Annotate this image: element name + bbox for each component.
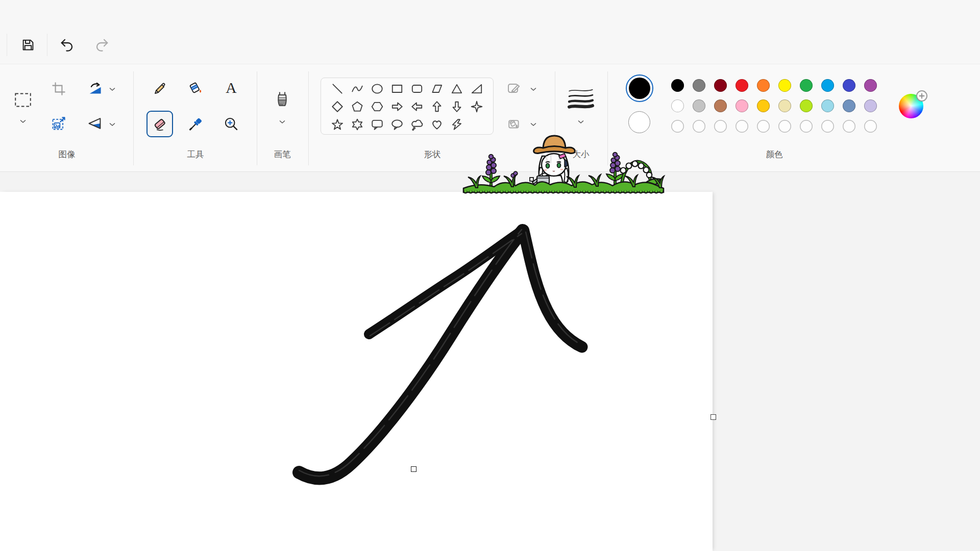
add-color-plus-icon — [916, 90, 927, 102]
color-swatch-orange[interactable] — [757, 79, 770, 92]
color-swatch-lime[interactable] — [800, 99, 813, 112]
shape-hexagon-button[interactable] — [367, 97, 387, 115]
save-button[interactable] — [20, 37, 36, 53]
undo-icon — [59, 37, 75, 53]
stroke-size-dropdown-button[interactable] — [578, 117, 584, 126]
flip-button[interactable] — [87, 116, 103, 131]
straw-hat-girl — [532, 136, 575, 189]
shape-diamond-button[interactable] — [327, 97, 347, 115]
shape-triangle-button[interactable] — [447, 80, 467, 97]
chevron-down-icon — [530, 87, 536, 91]
color-swatch-empty[interactable] — [778, 120, 791, 133]
color-swatch-empty[interactable] — [693, 120, 705, 133]
color-swatch-purple[interactable] — [864, 79, 877, 92]
redo-icon — [94, 37, 110, 53]
color-swatch-empty[interactable] — [800, 120, 813, 133]
eraser-tool-button[interactable] — [152, 116, 167, 132]
brushes-button[interactable] — [273, 89, 292, 110]
shape-arrow-left-button[interactable] — [407, 97, 427, 115]
chevron-down-icon — [109, 122, 115, 127]
color-swatch-empty[interactable] — [864, 120, 877, 133]
shape-line-button[interactable] — [327, 80, 347, 97]
rotate-button[interactable] — [87, 81, 103, 96]
color-swatch-empty[interactable] — [757, 120, 770, 133]
straw-hat — [534, 136, 575, 154]
foreground-color-swatch[interactable] — [626, 74, 653, 102]
chevron-down-icon — [20, 119, 26, 123]
color-swatch-green[interactable] — [800, 79, 813, 92]
redo-button[interactable] — [94, 37, 110, 53]
rounded-rectangle-icon — [410, 82, 424, 95]
color-swatch-gold[interactable] — [757, 99, 770, 112]
color-swatch-rose[interactable] — [736, 99, 748, 112]
shape-heart-button[interactable] — [427, 115, 447, 133]
shape-speech-oval-button[interactable] — [387, 115, 407, 133]
color-swatch-brown[interactable] — [714, 99, 727, 112]
color-swatch-yellow[interactable] — [778, 79, 791, 92]
shape-fill-dropdown-button[interactable] — [530, 119, 536, 129]
shape-right-triangle-button[interactable] — [467, 80, 487, 97]
shape-polygon-button[interactable] — [427, 80, 447, 97]
shape-star-4-button[interactable] — [467, 97, 487, 115]
crop-button[interactable] — [52, 82, 66, 96]
stroke-size-button[interactable] — [568, 87, 594, 110]
color-picker-tool-button[interactable] — [188, 116, 203, 132]
color-swatch-light-turquoise[interactable] — [821, 99, 834, 112]
color-swatch-empty[interactable] — [714, 120, 727, 133]
color-swatch-indigo[interactable] — [843, 79, 855, 92]
shape-outline-dropdown-button[interactable] — [530, 84, 536, 93]
color-swatch-empty[interactable] — [821, 120, 834, 133]
shape-arrow-right-button[interactable] — [387, 97, 407, 115]
shape-arrow-up-button[interactable] — [427, 97, 447, 115]
color-swatch-black[interactable] — [671, 79, 684, 92]
canvas-resize-handle[interactable] — [411, 466, 416, 472]
undo-button[interactable] — [59, 37, 75, 53]
color-swatch-red[interactable] — [736, 79, 748, 92]
section-label-brushes: 画笔 — [274, 149, 291, 160]
divider — [47, 34, 47, 56]
eyedropper-icon — [188, 116, 203, 132]
flip-dropdown-button[interactable] — [109, 119, 115, 129]
shape-star-5-button[interactable] — [327, 115, 347, 133]
select-dropdown-button[interactable] — [20, 116, 26, 126]
shape-thought-cloud-button[interactable] — [407, 115, 427, 133]
color-swatch-light-yellow[interactable] — [778, 99, 791, 112]
color-swatch-gray[interactable] — [693, 79, 705, 92]
resize-button[interactable] — [51, 116, 66, 131]
color-swatch-dark-red[interactable] — [714, 79, 727, 92]
section-label-image: 图像 — [59, 149, 76, 160]
shape-outline-button[interactable] — [506, 81, 522, 96]
pencil-tool-button[interactable] — [152, 81, 167, 96]
canvas-resize-handle-right[interactable] — [710, 414, 716, 420]
shape-ellipse-button[interactable] — [367, 80, 387, 97]
rotate-dropdown-button[interactable] — [109, 84, 115, 93]
color-swatch-lavender[interactable] — [864, 99, 877, 112]
color-swatch-empty[interactable] — [736, 120, 748, 133]
color-swatch-blue-gray[interactable] — [843, 99, 855, 112]
rectangle-select-button[interactable] — [14, 92, 32, 108]
shape-pentagon-button[interactable] — [347, 97, 367, 115]
brushes-dropdown-button[interactable] — [279, 117, 285, 126]
shape-speech-rounded-button[interactable] — [367, 115, 387, 133]
color-swatch-turquoise[interactable] — [821, 79, 834, 92]
text-tool-button[interactable]: A — [223, 80, 239, 96]
section-label-shapes: 形状 — [424, 149, 441, 160]
magnifier-tool-button[interactable] — [224, 116, 239, 132]
color-swatch-light-gray[interactable] — [693, 99, 705, 112]
color-palette — [671, 79, 877, 133]
fill-tool-button[interactable] — [188, 81, 203, 96]
shape-star-6-button[interactable] — [347, 115, 367, 133]
arrow-left-icon — [410, 100, 424, 113]
color-swatch-white[interactable] — [671, 99, 684, 112]
shape-rectangle-button[interactable] — [387, 80, 407, 97]
color-swatch-empty[interactable] — [671, 120, 684, 133]
shape-rounded-rectangle-button[interactable] — [407, 80, 427, 97]
shape-arrow-down-button[interactable] — [447, 97, 467, 115]
diamond-icon — [331, 100, 344, 113]
lightning-icon — [450, 118, 463, 131]
shape-curve-button[interactable] — [347, 80, 367, 97]
arrow-up-icon — [430, 100, 444, 113]
line-icon — [331, 82, 344, 95]
color-swatch-empty[interactable] — [843, 120, 855, 133]
chevron-down-icon — [578, 120, 584, 124]
